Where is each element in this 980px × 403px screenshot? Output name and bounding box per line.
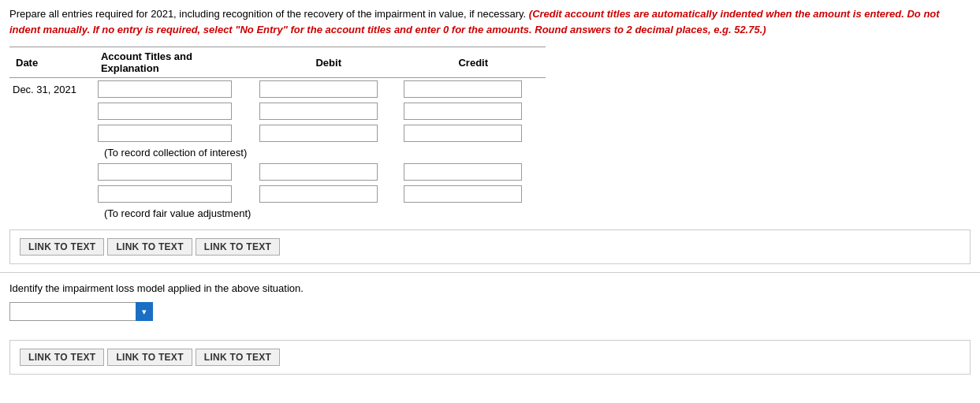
credit-cell-1	[401, 78, 546, 101]
link-bar-1: LINK TO TEXT LINK TO TEXT LINK TO TEXT	[9, 229, 971, 264]
account-input-5[interactable]	[98, 185, 232, 203]
link-to-text-btn-1[interactable]: LINK TO TEXT	[20, 238, 104, 256]
debit-cell-1	[256, 78, 401, 101]
note-row-2: (To record fair value adjustment)	[9, 205, 546, 222]
link-bar-2: LINK TO TEXT LINK TO TEXT LINK TO TEXT	[9, 340, 971, 375]
link-to-text-btn-5[interactable]: LINK TO TEXT	[107, 349, 192, 366]
debit-cell-5	[256, 183, 401, 205]
identify-text: Identify the impairment loss model appli…	[9, 282, 971, 294]
link-to-text-btn-6[interactable]: LINK TO TEXT	[196, 349, 280, 366]
debit-input-2[interactable]	[259, 103, 378, 120]
empty-date-2	[9, 100, 95, 122]
account-input-1[interactable]	[98, 80, 232, 98]
impairment-model-input[interactable]	[9, 302, 136, 321]
debit-input-1[interactable]	[259, 80, 378, 98]
dropdown-arrow-btn[interactable]: ▾	[136, 302, 153, 321]
credit-input-3[interactable]	[404, 125, 522, 142]
link-to-text-btn-4[interactable]: LINK TO TEXT	[20, 349, 104, 366]
table-row	[9, 161, 546, 183]
link-to-text-btn-3[interactable]: LINK TO TEXT	[196, 238, 280, 256]
credit-cell-2	[401, 100, 546, 122]
credit-cell-5	[401, 183, 546, 205]
instruction-line1: Prepare all entries required for 2021, i…	[9, 8, 526, 20]
table-row	[9, 183, 546, 205]
account-cell-3	[95, 122, 256, 144]
table-row	[9, 100, 546, 122]
empty-date-4	[9, 161, 95, 183]
identify-section: Identify the impairment loss model appli…	[0, 276, 980, 332]
note-text-2: (To record fair value adjustment)	[95, 205, 546, 222]
credit-input-4[interactable]	[404, 163, 522, 181]
account-input-4[interactable]	[98, 163, 232, 181]
dropdown-wrapper: ▾	[9, 302, 971, 321]
journal-table-section: Date Account Titles and Explanation Debi…	[0, 47, 980, 222]
account-input-2[interactable]	[98, 103, 232, 120]
section-divider	[0, 272, 980, 273]
credit-cell-3	[401, 122, 546, 144]
credit-input-1[interactable]	[404, 80, 522, 98]
debit-cell-3	[256, 122, 401, 144]
account-cell-4	[95, 161, 256, 183]
debit-input-4[interactable]	[259, 163, 378, 181]
debit-input-3[interactable]	[259, 125, 378, 142]
credit-input-5[interactable]	[404, 185, 522, 203]
header-credit: Credit	[401, 47, 546, 78]
empty-date-5	[9, 183, 95, 205]
header-account: Account Titles and Explanation	[95, 47, 256, 78]
header-debit: Debit	[256, 47, 401, 78]
credit-input-2[interactable]	[404, 103, 522, 120]
debit-cell-2	[256, 100, 401, 122]
credit-cell-4	[401, 161, 546, 183]
link-to-text-btn-2[interactable]: LINK TO TEXT	[107, 238, 192, 256]
instructions: Prepare all entries required for 2021, i…	[0, 0, 980, 43]
account-cell-1	[95, 78, 256, 101]
note-text-1: (To record collection of interest)	[95, 144, 546, 161]
empty-date-3	[9, 122, 95, 144]
journal-table: Date Account Titles and Explanation Debi…	[9, 47, 546, 222]
chevron-down-icon: ▾	[142, 307, 147, 317]
debit-input-5[interactable]	[259, 185, 378, 203]
table-row: Dec. 31, 2021	[9, 78, 546, 101]
date-cell: Dec. 31, 2021	[9, 78, 95, 101]
table-row	[9, 122, 546, 144]
account-cell-2	[95, 100, 256, 122]
account-input-3[interactable]	[98, 125, 232, 142]
debit-cell-4	[256, 161, 401, 183]
note-row-1: (To record collection of interest)	[9, 144, 546, 161]
account-cell-5	[95, 183, 256, 205]
header-date: Date	[9, 47, 95, 78]
